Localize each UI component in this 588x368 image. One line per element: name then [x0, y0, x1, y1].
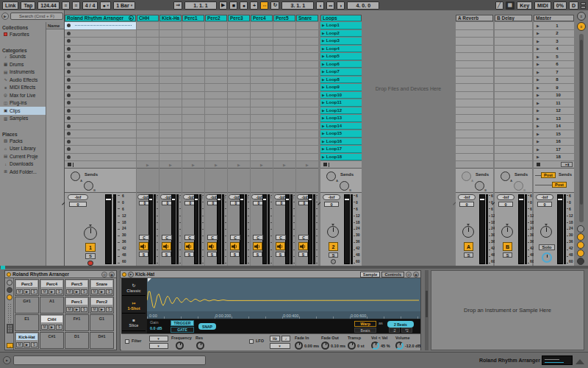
pad-play-button[interactable]: ▶	[24, 342, 30, 347]
clip-slot[interactable]	[182, 115, 204, 122]
track-activator[interactable]	[139, 242, 148, 250]
clip-stop-button[interactable]: ▶	[146, 163, 149, 167]
clip[interactable]: ▶Loop17	[320, 146, 362, 153]
hot-swap-icon[interactable]: ⊘	[101, 272, 107, 277]
clip-slot[interactable]	[251, 77, 273, 84]
browser-toggle-icon[interactable]: ▶	[1, 13, 9, 20]
pad-play-button[interactable]: ▶	[98, 307, 105, 312]
clip-play-icon[interactable]: ▶	[322, 124, 325, 128]
clip-slot[interactable]	[228, 77, 250, 84]
filter-checkbox[interactable]	[125, 339, 129, 344]
clip-slot[interactable]	[273, 68, 295, 76]
clip-slot[interactable]	[159, 30, 182, 38]
drum-pad-empty[interactable]: F#1	[65, 314, 89, 331]
volume-fader[interactable]	[479, 194, 485, 264]
group-clip-slot[interactable]	[65, 154, 136, 161]
mixer-toggle-icon[interactable]: ≡	[577, 22, 586, 31]
clip-stop-button[interactable]: ▶	[169, 163, 172, 167]
clip-slot[interactable]	[228, 115, 250, 122]
clip-slot[interactable]	[205, 99, 227, 107]
volume-display[interactable]: -Inf	[323, 194, 340, 200]
pan-knob[interactable]	[327, 226, 339, 238]
clip[interactable]: ▶Loop2	[320, 30, 362, 38]
stop-all-clips-button[interactable]	[323, 163, 327, 166]
clip[interactable]: ▶Loop10	[320, 92, 362, 99]
return-clip-slot[interactable]	[456, 68, 493, 76]
pad-mute-button[interactable]: M	[16, 342, 23, 347]
send-b-post-toggle[interactable]: Post	[552, 182, 567, 188]
overview-toggle-icon[interactable]: ≡	[577, 12, 586, 21]
pad-solo-button[interactable]: S	[31, 289, 37, 294]
clip-play-icon[interactable]: ▶	[322, 155, 325, 159]
double-length-button[interactable]: *2	[401, 328, 412, 333]
clip-slot[interactable]	[159, 84, 182, 91]
mixer-show-toggle[interactable]	[577, 250, 584, 257]
clip-slot[interactable]	[251, 22, 273, 29]
track-activator[interactable]: B	[503, 242, 512, 251]
lfo-hz-button[interactable]: Hz	[270, 336, 280, 342]
clip[interactable]: ▶Loop6	[320, 61, 362, 68]
param-value[interactable]: 45 %	[381, 344, 390, 348]
reenable-automation-button[interactable]: ↻	[270, 1, 279, 10]
clip-slot[interactable]	[159, 138, 182, 146]
return-clip-slot[interactable]	[495, 30, 532, 38]
clip-slot[interactable]	[296, 22, 318, 29]
filter-slope-menu[interactable]: ▾	[149, 343, 168, 349]
scene[interactable]: ▶13	[534, 115, 574, 122]
clip-slot[interactable]	[182, 99, 204, 107]
automation-arm-button[interactable]: ◦◦	[260, 1, 268, 10]
device-chain-indicator[interactable]	[542, 355, 573, 365]
stop-button[interactable]: ■	[229, 1, 237, 10]
pad-mute-button[interactable]: M	[41, 325, 48, 330]
return-clip-slot[interactable]	[495, 77, 532, 84]
return-clip-slot[interactable]	[456, 30, 493, 38]
clip-slot[interactable]	[273, 77, 295, 84]
pad-play-button[interactable]: ▶	[74, 289, 80, 294]
clip-slot[interactable]	[296, 84, 318, 91]
drum-pad-empty[interactable]: G1	[90, 314, 114, 331]
tab-sample[interactable]: Sample	[360, 272, 381, 277]
clip-slot[interactable]	[137, 154, 159, 161]
clip-slot[interactable]	[182, 92, 204, 99]
clip-slot[interactable]	[205, 46, 227, 53]
clip-slot[interactable]	[137, 130, 159, 138]
clip-play-icon[interactable]: ▶	[322, 46, 325, 51]
tempo-display[interactable]: 124.44	[37, 1, 59, 10]
clip-slot[interactable]	[205, 107, 227, 115]
clip-slot[interactable]	[159, 130, 182, 138]
clip-slot[interactable]	[205, 154, 227, 161]
scene-play-icon[interactable]: ▶	[537, 147, 539, 152]
group-clip-slot[interactable]	[65, 46, 136, 53]
clip-slot[interactable]	[296, 46, 318, 53]
track-activator[interactable]	[184, 242, 194, 250]
time-signature-display[interactable]: 4 / 4	[82, 1, 98, 10]
group-clip-slot[interactable]	[65, 68, 136, 76]
return-clip-slot[interactable]	[456, 107, 493, 115]
volume-fader[interactable]	[194, 194, 198, 264]
clip-slot[interactable]	[296, 107, 318, 115]
clip-slot[interactable]	[159, 146, 182, 153]
clip-stop-button[interactable]: ▶	[283, 163, 286, 167]
solo-button[interactable]: S	[298, 252, 308, 257]
clip-slot[interactable]	[159, 46, 182, 53]
play-button[interactable]: ▶	[219, 1, 227, 10]
nudge-up-button[interactable]: ≡	[72, 1, 80, 10]
track-header[interactable]: Loops	[320, 15, 362, 21]
clip-slot[interactable]	[251, 38, 273, 45]
pad-mute-button[interactable]: M	[66, 307, 73, 312]
clip-slot[interactable]	[273, 30, 295, 38]
pad-play-button[interactable]: ▶	[49, 289, 55, 294]
clip-slot[interactable]	[296, 146, 318, 153]
scene[interactable]: ▶16	[534, 138, 574, 146]
param-knob[interactable]	[395, 342, 404, 350]
clip-play-icon[interactable]: ▶	[322, 31, 325, 35]
return-clip-slot[interactable]	[495, 38, 532, 45]
clip-slot[interactable]	[159, 154, 182, 161]
lfo-checkbox[interactable]	[249, 339, 254, 344]
pan-center-display[interactable]: C	[230, 235, 240, 240]
clip-slot[interactable]	[228, 154, 250, 161]
track-header[interactable]: Perc3	[228, 15, 250, 21]
io-show-toggle[interactable]	[577, 225, 584, 233]
clip-slot[interactable]	[273, 154, 295, 161]
group-clip-slot[interactable]	[65, 22, 136, 29]
